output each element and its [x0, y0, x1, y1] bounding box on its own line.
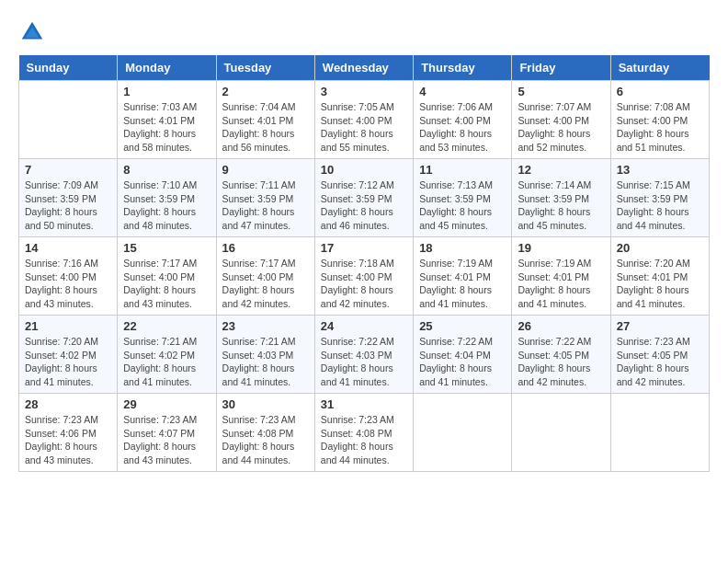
- calendar-cell: 10Sunrise: 7:12 AM Sunset: 3:59 PM Dayli…: [314, 159, 413, 237]
- day-number: 5: [518, 85, 604, 98]
- calendar-header-row: SundayMondayTuesdayWednesdayThursdayFrid…: [19, 55, 710, 81]
- calendar-cell: [610, 394, 709, 472]
- cell-info: Sunrise: 7:21 AM Sunset: 4:02 PM Dayligh…: [123, 335, 210, 389]
- calendar-cell: 24Sunrise: 7:22 AM Sunset: 4:03 PM Dayli…: [314, 316, 413, 394]
- calendar-week-row: 28Sunrise: 7:23 AM Sunset: 4:06 PM Dayli…: [19, 394, 710, 472]
- cell-info: Sunrise: 7:23 AM Sunset: 4:08 PM Dayligh…: [222, 413, 309, 467]
- day-number: 9: [222, 163, 309, 177]
- cell-info: Sunrise: 7:19 AM Sunset: 4:01 PM Dayligh…: [518, 257, 604, 311]
- cell-info: Sunrise: 7:13 AM Sunset: 3:59 PM Dayligh…: [419, 178, 506, 233]
- calendar-cell: 31Sunrise: 7:23 AM Sunset: 4:08 PM Dayli…: [314, 394, 413, 472]
- cell-info: Sunrise: 7:23 AM Sunset: 4:06 PM Dayligh…: [25, 413, 111, 467]
- calendar-cell: [512, 394, 610, 472]
- day-of-week-header: Saturday: [610, 55, 709, 81]
- day-number: 20: [617, 241, 703, 255]
- day-number: 23: [222, 319, 309, 333]
- calendar-body: 1Sunrise: 7:03 AM Sunset: 4:01 PM Daylig…: [19, 81, 710, 472]
- day-number: 16: [222, 241, 309, 255]
- day-number: 27: [617, 319, 703, 333]
- cell-info: Sunrise: 7:22 AM Sunset: 4:05 PM Dayligh…: [518, 335, 604, 389]
- day-number: 28: [25, 397, 111, 411]
- day-number: 26: [518, 319, 604, 333]
- calendar-table: SundayMondayTuesdayWednesdayThursdayFrid…: [18, 55, 710, 472]
- cell-info: Sunrise: 7:16 AM Sunset: 4:00 PM Dayligh…: [25, 257, 111, 311]
- calendar-cell: 28Sunrise: 7:23 AM Sunset: 4:06 PM Dayli…: [19, 394, 118, 472]
- day-of-week-header: Tuesday: [216, 55, 314, 81]
- day-number: 11: [419, 163, 506, 177]
- day-number: 6: [617, 85, 703, 98]
- cell-info: Sunrise: 7:17 AM Sunset: 4:00 PM Dayligh…: [222, 257, 309, 311]
- cell-info: Sunrise: 7:22 AM Sunset: 4:04 PM Dayligh…: [419, 335, 506, 389]
- calendar-cell: 15Sunrise: 7:17 AM Sunset: 4:00 PM Dayli…: [118, 237, 216, 316]
- cell-info: Sunrise: 7:11 AM Sunset: 3:59 PM Dayligh…: [222, 178, 309, 233]
- day-number: 31: [321, 397, 407, 411]
- calendar-cell: 2Sunrise: 7:04 AM Sunset: 4:01 PM Daylig…: [216, 81, 314, 159]
- cell-info: Sunrise: 7:05 AM Sunset: 4:00 PM Dayligh…: [321, 100, 407, 155]
- day-number: 30: [222, 397, 309, 411]
- cell-info: Sunrise: 7:12 AM Sunset: 3:59 PM Dayligh…: [321, 178, 407, 233]
- calendar-cell: 7Sunrise: 7:09 AM Sunset: 3:59 PM Daylig…: [19, 159, 118, 237]
- calendar-cell: 20Sunrise: 7:20 AM Sunset: 4:01 PM Dayli…: [610, 237, 709, 316]
- day-number: 18: [419, 241, 506, 255]
- calendar-cell: 9Sunrise: 7:11 AM Sunset: 3:59 PM Daylig…: [216, 159, 314, 237]
- cell-info: Sunrise: 7:19 AM Sunset: 4:01 PM Dayligh…: [419, 257, 506, 311]
- day-number: 1: [123, 85, 210, 98]
- calendar-cell: 16Sunrise: 7:17 AM Sunset: 4:00 PM Dayli…: [216, 237, 314, 316]
- calendar-cell: 6Sunrise: 7:08 AM Sunset: 4:00 PM Daylig…: [610, 81, 709, 159]
- day-of-week-header: Sunday: [19, 55, 118, 81]
- calendar-week-row: 14Sunrise: 7:16 AM Sunset: 4:00 PM Dayli…: [19, 237, 710, 316]
- calendar-week-row: 21Sunrise: 7:20 AM Sunset: 4:02 PM Dayli…: [19, 316, 710, 394]
- calendar-cell: 8Sunrise: 7:10 AM Sunset: 3:59 PM Daylig…: [118, 159, 216, 237]
- cell-info: Sunrise: 7:10 AM Sunset: 3:59 PM Dayligh…: [123, 178, 210, 233]
- day-number: 19: [518, 241, 604, 255]
- cell-info: Sunrise: 7:03 AM Sunset: 4:01 PM Dayligh…: [123, 100, 210, 155]
- calendar-cell: 4Sunrise: 7:06 AM Sunset: 4:00 PM Daylig…: [414, 81, 512, 159]
- logo: [18, 18, 48, 46]
- cell-info: Sunrise: 7:04 AM Sunset: 4:01 PM Dayligh…: [222, 100, 309, 155]
- calendar-cell: 18Sunrise: 7:19 AM Sunset: 4:01 PM Dayli…: [414, 237, 512, 316]
- calendar-cell: 1Sunrise: 7:03 AM Sunset: 4:01 PM Daylig…: [118, 81, 216, 159]
- day-of-week-header: Monday: [118, 55, 216, 81]
- calendar-cell: 22Sunrise: 7:21 AM Sunset: 4:02 PM Dayli…: [118, 316, 216, 394]
- calendar-cell: 21Sunrise: 7:20 AM Sunset: 4:02 PM Dayli…: [19, 316, 118, 394]
- cell-info: Sunrise: 7:18 AM Sunset: 4:00 PM Dayligh…: [321, 257, 407, 311]
- logo-icon: [18, 18, 46, 46]
- cell-info: Sunrise: 7:14 AM Sunset: 3:59 PM Dayligh…: [518, 178, 604, 233]
- calendar-cell: 19Sunrise: 7:19 AM Sunset: 4:01 PM Dayli…: [512, 237, 610, 316]
- calendar-cell: 5Sunrise: 7:07 AM Sunset: 4:00 PM Daylig…: [512, 81, 610, 159]
- day-number: 15: [123, 241, 210, 255]
- day-of-week-header: Friday: [512, 55, 610, 81]
- calendar-cell: 26Sunrise: 7:22 AM Sunset: 4:05 PM Dayli…: [512, 316, 610, 394]
- calendar-cell: [19, 81, 118, 159]
- calendar-cell: 27Sunrise: 7:23 AM Sunset: 4:05 PM Dayli…: [610, 316, 709, 394]
- day-of-week-header: Thursday: [414, 55, 512, 81]
- day-number: 24: [321, 319, 407, 333]
- day-number: 7: [25, 163, 111, 177]
- cell-info: Sunrise: 7:22 AM Sunset: 4:03 PM Dayligh…: [321, 335, 407, 389]
- day-number: 22: [123, 319, 210, 333]
- day-number: 21: [25, 319, 111, 333]
- cell-info: Sunrise: 7:20 AM Sunset: 4:02 PM Dayligh…: [25, 335, 111, 389]
- day-number: 17: [321, 241, 407, 255]
- cell-info: Sunrise: 7:09 AM Sunset: 3:59 PM Dayligh…: [25, 178, 111, 233]
- cell-info: Sunrise: 7:21 AM Sunset: 4:03 PM Dayligh…: [222, 335, 309, 389]
- day-number: 13: [617, 163, 703, 177]
- calendar-week-row: 1Sunrise: 7:03 AM Sunset: 4:01 PM Daylig…: [19, 81, 710, 159]
- day-number: 2: [222, 85, 309, 98]
- calendar-cell: 25Sunrise: 7:22 AM Sunset: 4:04 PM Dayli…: [414, 316, 512, 394]
- day-number: 3: [321, 85, 407, 98]
- calendar-cell: 11Sunrise: 7:13 AM Sunset: 3:59 PM Dayli…: [414, 159, 512, 237]
- cell-info: Sunrise: 7:07 AM Sunset: 4:00 PM Dayligh…: [518, 100, 604, 155]
- cell-info: Sunrise: 7:20 AM Sunset: 4:01 PM Dayligh…: [617, 257, 703, 311]
- day-number: 25: [419, 319, 506, 333]
- day-of-week-header: Wednesday: [314, 55, 413, 81]
- day-number: 29: [123, 397, 210, 411]
- day-number: 12: [518, 163, 604, 177]
- calendar-cell: 12Sunrise: 7:14 AM Sunset: 3:59 PM Dayli…: [512, 159, 610, 237]
- calendar-cell: 3Sunrise: 7:05 AM Sunset: 4:00 PM Daylig…: [314, 81, 413, 159]
- calendar-week-row: 7Sunrise: 7:09 AM Sunset: 3:59 PM Daylig…: [19, 159, 710, 237]
- day-number: 14: [25, 241, 111, 255]
- cell-info: Sunrise: 7:08 AM Sunset: 4:00 PM Dayligh…: [617, 100, 703, 155]
- cell-info: Sunrise: 7:23 AM Sunset: 4:05 PM Dayligh…: [617, 335, 703, 389]
- calendar-cell: 29Sunrise: 7:23 AM Sunset: 4:07 PM Dayli…: [118, 394, 216, 472]
